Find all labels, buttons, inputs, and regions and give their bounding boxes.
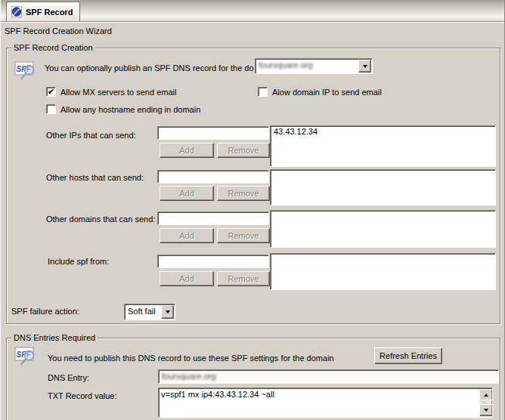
include-spf-add-button[interactable]: Add <box>160 271 214 286</box>
other-domains-remove-button[interactable]: Remove <box>217 228 270 243</box>
tab-strip: SPF Record <box>0 0 505 22</box>
include-spf-label: Include spf from: <box>48 257 109 267</box>
other-ips-input[interactable] <box>157 126 269 140</box>
other-hosts-remove-button[interactable]: Remove <box>217 186 270 201</box>
intro-text: You can optionally publish an SPF DNS re… <box>45 63 254 73</box>
allow-mx-label: Allow MX servers to send email <box>60 88 176 97</box>
spf-record-tab-icon <box>11 6 23 18</box>
txt-record-textarea[interactable]: v=spf1 mx ip4:43.43.12.34 ~all <box>158 388 493 418</box>
check-mark-icon: ✔ <box>48 88 54 95</box>
allow-domain-ip-label: Alow domain IP to send email <box>272 88 382 97</box>
include-spf-remove-button[interactable]: Remove <box>217 271 270 286</box>
txt-record-value: v=spf1 mx ip4:43.43.12.34 ~all <box>161 390 477 399</box>
chevron-down-icon <box>166 310 170 316</box>
other-ips-listbox[interactable]: 43.43.12.34 <box>270 125 496 167</box>
failure-action-dropdown-button[interactable] <box>161 305 174 319</box>
failure-action-dropdown[interactable]: Soft fail <box>124 304 175 320</box>
other-ips-remove-button[interactable]: Remove <box>217 143 270 158</box>
other-hosts-input[interactable] <box>157 170 269 184</box>
other-hosts-add-button[interactable]: Add <box>160 186 214 201</box>
other-domains-label: Other domains that can send: <box>46 215 155 224</box>
include-spf-listbox[interactable] <box>270 253 496 290</box>
allow-domain-ip-row: ✔ Alow domain IP to send email <box>258 87 382 97</box>
wizard-title: SPF Record Creation Wizard <box>5 26 112 36</box>
other-domains-listbox[interactable] <box>270 210 496 248</box>
failure-action-value: Soft fail <box>128 307 161 316</box>
chevron-down-icon <box>484 409 488 414</box>
chevron-up-icon <box>484 391 488 397</box>
other-hosts-label: Other hosts that can send: <box>46 173 144 183</box>
other-ips-add-button[interactable]: Add <box>160 143 214 158</box>
spf-logo-icon: SPF <box>14 61 37 81</box>
allow-hostname-label: Allow any hostname ending in domain <box>60 105 200 114</box>
allow-hostname-checkbox[interactable]: ✔ <box>46 104 56 114</box>
group-title: DNS Entries Required <box>11 333 98 343</box>
allow-mx-checkbox[interactable]: ✔ <box>46 87 56 97</box>
dns-entry-value: foursquare.org <box>162 372 216 381</box>
refresh-entries-button[interactable]: Refresh Entries <box>374 347 442 364</box>
other-ips-label: Other IPs that can send: <box>46 131 136 141</box>
other-hosts-listbox[interactable] <box>270 169 496 205</box>
txt-record-label: TXT Record value: <box>48 391 117 401</box>
tab-label: SPF Record <box>26 8 73 17</box>
group-title: SPF Record Creation <box>11 43 95 53</box>
dns-entries-group: DNS Entries Required SPF You need to pub… <box>6 338 500 420</box>
spf-logo-icon: SPF <box>14 347 37 366</box>
domain-combobox[interactable]: foursquare.org <box>255 58 373 74</box>
dns-entry-field[interactable]: foursquare.org <box>158 369 499 384</box>
allow-domain-ip-checkbox[interactable]: ✔ <box>258 87 268 97</box>
other-domains-add-button[interactable]: Add <box>160 228 214 243</box>
dns-instruction-text: You need to publish this DNS record to u… <box>48 354 334 363</box>
tab-spf-record[interactable]: SPF Record <box>6 2 80 21</box>
vertical-scrollbar[interactable] <box>479 389 491 416</box>
spf-record-creation-group: SPF Record Creation SPF You can optional… <box>6 48 500 324</box>
allow-hostname-row: ✔ Allow any hostname ending in domain <box>46 104 200 114</box>
include-spf-input[interactable] <box>157 255 269 268</box>
scroll-down-button[interactable] <box>479 404 493 416</box>
combobox-dropdown-button[interactable] <box>358 60 371 73</box>
chevron-down-icon <box>363 65 367 70</box>
other-domains-input[interactable] <box>157 212 269 225</box>
allow-mx-row: ✔ Allow MX servers to send email <box>46 87 176 97</box>
domain-combobox-value: foursquare.org <box>259 60 358 69</box>
dns-entry-label: DNS Entry: <box>48 373 89 383</box>
list-item[interactable]: 43.43.12.34 <box>274 127 492 136</box>
failure-action-label: SPF failure action: <box>11 307 79 317</box>
